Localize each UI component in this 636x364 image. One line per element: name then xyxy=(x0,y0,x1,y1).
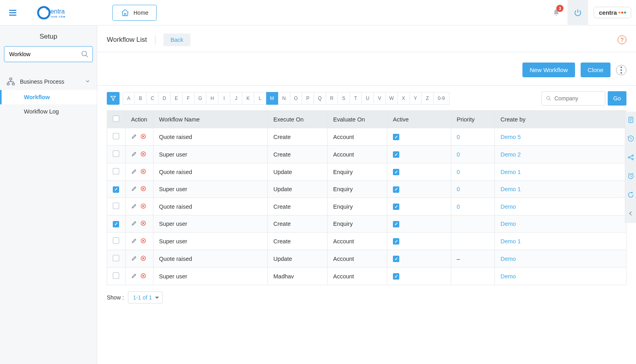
company-search-input[interactable] xyxy=(554,95,601,102)
alpha-filter-N[interactable]: N xyxy=(278,92,290,105)
delete-button[interactable] xyxy=(140,255,146,262)
active-checkbox[interactable] xyxy=(393,204,399,210)
alpha-filter-D[interactable]: D xyxy=(159,92,171,105)
sidebar-search-input[interactable] xyxy=(4,46,93,62)
edit-button[interactable] xyxy=(131,220,137,227)
alpha-filter-H[interactable]: H xyxy=(206,92,218,105)
row-checkbox[interactable] xyxy=(113,151,119,157)
row-checkbox[interactable] xyxy=(113,186,119,193)
alpha-filter-I[interactable]: I xyxy=(218,92,230,105)
edit-button[interactable] xyxy=(131,238,137,245)
logo[interactable]: entra HUB CRM xyxy=(37,5,84,21)
row-checkbox[interactable] xyxy=(113,237,119,244)
alpha-filter-E[interactable]: E xyxy=(171,92,183,105)
edit-button[interactable] xyxy=(131,203,137,210)
active-checkbox[interactable] xyxy=(393,256,399,262)
alpha-filter-Y[interactable]: Y xyxy=(410,92,422,105)
active-checkbox[interactable] xyxy=(393,221,399,227)
active-checkbox[interactable] xyxy=(393,238,399,245)
select-all-checkbox[interactable] xyxy=(113,115,119,122)
cell-priority[interactable]: 0 xyxy=(457,134,460,140)
alpha-filter-W[interactable]: W xyxy=(386,92,398,105)
cell-priority[interactable]: 0 xyxy=(457,169,460,175)
edit-button[interactable] xyxy=(131,151,137,158)
back-button[interactable]: Back xyxy=(163,33,190,46)
cell-priority[interactable]: 0 xyxy=(457,151,460,158)
dock-share[interactable] xyxy=(627,154,634,162)
row-checkbox[interactable] xyxy=(113,168,119,174)
delete-button[interactable] xyxy=(140,273,146,280)
alpha-filter-X[interactable]: X xyxy=(398,92,410,105)
cell-priority[interactable]: 0 xyxy=(457,186,460,192)
alpha-filter-V[interactable]: V xyxy=(374,92,386,105)
header-create-by[interactable]: Create by xyxy=(495,111,626,128)
cell-create-by[interactable]: Demo xyxy=(501,221,516,227)
delete-button[interactable] xyxy=(140,151,146,158)
row-checkbox[interactable] xyxy=(113,272,119,279)
page-size-select[interactable]: 1-1 of 1 xyxy=(128,292,163,303)
delete-button[interactable] xyxy=(140,186,146,193)
go-button[interactable]: Go xyxy=(608,91,626,106)
alpha-filter-L[interactable]: L xyxy=(254,92,266,105)
row-checkbox[interactable] xyxy=(113,203,119,209)
row-checkbox[interactable] xyxy=(113,255,119,261)
home-button[interactable]: Home xyxy=(112,5,157,21)
cell-create-by[interactable]: Demo xyxy=(501,256,516,262)
alpha-filter-F[interactable]: F xyxy=(183,92,194,105)
edit-button[interactable] xyxy=(131,186,137,193)
filter-button[interactable] xyxy=(107,92,120,105)
header-priority[interactable]: Priority xyxy=(451,111,495,128)
dock-history[interactable] xyxy=(627,135,634,143)
header-workflow-name[interactable]: Workflow Name xyxy=(153,111,268,128)
alpha-filter-A[interactable]: A xyxy=(123,92,135,105)
alpha-filter-C[interactable]: C xyxy=(147,92,159,105)
alpha-filter-M[interactable]: M xyxy=(266,92,278,105)
delete-button[interactable] xyxy=(140,133,146,141)
alpha-filter-U[interactable]: U xyxy=(362,92,374,105)
active-checkbox[interactable] xyxy=(393,186,399,193)
more-actions-button[interactable] xyxy=(616,65,626,75)
header-evaluate-on[interactable]: Evaluate On xyxy=(328,111,387,128)
cell-create-by[interactable]: Demo xyxy=(501,204,516,210)
brand-badge[interactable]: centra xyxy=(594,7,631,18)
edit-button[interactable] xyxy=(131,273,137,280)
alpha-filter-Q[interactable]: Q xyxy=(314,92,326,105)
row-checkbox[interactable] xyxy=(113,221,119,227)
dock-refresh[interactable] xyxy=(627,191,634,200)
alpha-filter-J[interactable]: J xyxy=(230,92,242,105)
cell-create-by[interactable]: Demo 1 xyxy=(501,186,521,192)
power-button[interactable] xyxy=(567,0,588,25)
alpha-filter-P[interactable]: P xyxy=(302,92,314,105)
alpha-filter-0-9[interactable]: 0-9 xyxy=(434,92,450,105)
alpha-filter-Z[interactable]: Z xyxy=(422,92,434,105)
help-button[interactable]: ? xyxy=(618,35,626,44)
delete-button[interactable] xyxy=(140,203,146,210)
alpha-filter-R[interactable]: R xyxy=(326,92,338,105)
header-execute-on[interactable]: Execute On xyxy=(268,111,328,128)
edit-button[interactable] xyxy=(131,133,137,141)
header-action[interactable]: Action xyxy=(126,111,153,128)
alpha-filter-K[interactable]: K xyxy=(242,92,254,105)
notifications-button[interactable]: 3 xyxy=(545,0,567,25)
cell-create-by[interactable]: Demo 5 xyxy=(501,134,521,140)
alpha-filter-T[interactable]: T xyxy=(350,92,362,105)
active-checkbox[interactable] xyxy=(393,273,399,280)
alpha-filter-G[interactable]: G xyxy=(194,92,206,105)
dock-collapse[interactable] xyxy=(627,210,634,218)
alpha-filter-B[interactable]: B xyxy=(135,92,147,105)
alpha-filter-S[interactable]: S xyxy=(338,92,350,105)
delete-button[interactable] xyxy=(140,220,146,227)
active-checkbox[interactable] xyxy=(393,151,399,158)
row-checkbox[interactable] xyxy=(113,133,119,139)
dock-reminder[interactable] xyxy=(627,172,634,181)
alpha-filter-O[interactable]: O xyxy=(290,92,302,105)
sidebar-item-workflow[interactable]: Workflow xyxy=(0,90,97,104)
edit-button[interactable] xyxy=(131,168,137,176)
clone-button[interactable]: Clone xyxy=(581,63,610,77)
cell-create-by[interactable]: Demo 1 xyxy=(501,238,521,245)
cell-create-by[interactable]: Demo 2 xyxy=(501,151,521,158)
delete-button[interactable] xyxy=(140,168,146,176)
cell-create-by[interactable]: Demo xyxy=(501,273,516,280)
sidebar-group-business-process[interactable]: Business Process xyxy=(0,73,97,90)
dock-notes[interactable] xyxy=(627,116,634,125)
